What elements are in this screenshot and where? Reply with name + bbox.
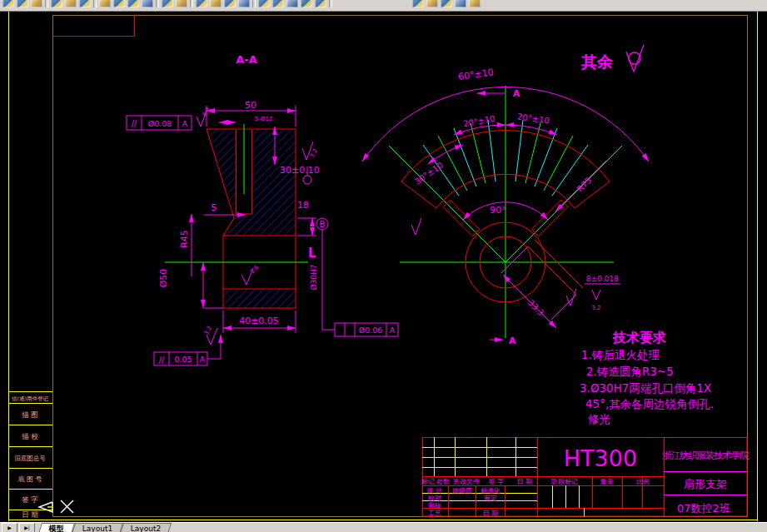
- svg-text:其余: 其余: [580, 52, 614, 71]
- strip-label: 签 字: [22, 495, 38, 504]
- strip-label: 描 校: [22, 432, 38, 440]
- roughness-32-right: [302, 142, 313, 184]
- tech-req-line: 修光: [588, 412, 610, 425]
- print-icon[interactable]: [51, 0, 62, 7]
- match-props-icon[interactable]: [142, 0, 153, 7]
- undo-icon[interactable]: [162, 0, 173, 7]
- tab-nav-next-button[interactable]: ▶: [2, 523, 17, 532]
- markup-icon[interactable]: [301, 0, 312, 7]
- ucs-icon: [39, 500, 73, 513]
- dim-r75: R75: [575, 176, 594, 194]
- layout-tabs: 模型 Layout1 Layout2: [40, 523, 171, 532]
- dim-40: 40±0.05: [239, 316, 279, 326]
- zoom-previous-icon[interactable]: [238, 0, 250, 7]
- strip-label: 底 图 号: [17, 475, 42, 483]
- spell-icon[interactable]: [79, 0, 91, 7]
- fcf-parallelism-bottom: // 0.05 A: [154, 335, 221, 365]
- design-center-icon[interactable]: [272, 0, 284, 7]
- strip-label: 旧底图总号: [14, 455, 46, 462]
- copy-icon[interactable]: [113, 0, 125, 7]
- tab-model[interactable]: 模型: [38, 523, 75, 532]
- save-icon[interactable]: [31, 0, 42, 7]
- tab-layout2[interactable]: Layout2: [120, 523, 172, 532]
- toolbar-separator: [190, 0, 193, 7]
- section-title: A-A: [236, 53, 257, 66]
- dim-18: 18: [297, 200, 309, 211]
- section-view: A-A: [127, 53, 398, 365]
- position-symbol: L: [308, 246, 316, 261]
- section-label-a-top: A: [513, 88, 520, 99]
- tech-req-line: 2.铸造圆角R3~5: [586, 365, 674, 378]
- svg-text:0.05: 0.05: [174, 355, 192, 364]
- roughness-63-value: 6.3: [202, 106, 212, 117]
- drawing-canvas[interactable]: 借(通)用件登记 描 图 描 校 旧底图总号 底 图 号 签 字 日 期 A-A: [0, 11, 767, 522]
- standard-label: 标准化: [481, 487, 501, 495]
- strip-label: 借(通)用件登记: [12, 395, 49, 402]
- strip-label: 日 期: [22, 510, 38, 519]
- rev-sign-label: 签 字: [489, 478, 505, 485]
- rev-date-label: 日 期: [517, 478, 533, 485]
- layer-props-icon[interactable]: [426, 0, 438, 7]
- svg-text:A: A: [200, 355, 206, 364]
- redo-icon[interactable]: [176, 0, 187, 7]
- check-label: 校对: [427, 495, 441, 502]
- tech-req-line: 3.Ø30H7两端孔口倒角1X: [580, 381, 711, 395]
- dim-50: 50: [245, 100, 256, 111]
- surface-note: 其余: [580, 45, 644, 72]
- tab-nav-last-button[interactable]: ▶|: [19, 523, 35, 532]
- zoom-window-icon[interactable]: [224, 0, 236, 7]
- zoom-realtime-icon[interactable]: [210, 0, 222, 7]
- svg-text:A: A: [390, 326, 396, 335]
- tool-palettes-icon[interactable]: [286, 0, 298, 7]
- approve-label: 审定: [484, 495, 497, 502]
- hub-wall-section: [223, 289, 296, 308]
- sheet-set-icon[interactable]: [315, 0, 326, 7]
- dim-5: 5: [212, 202, 217, 213]
- dim-90deg: 90°: [490, 205, 506, 216]
- paste-icon[interactable]: [127, 0, 139, 7]
- bore-label: Ø30H7: [310, 264, 318, 290]
- tech-req-line: 45°,其余各周边锐角倒孔.: [585, 397, 714, 410]
- process-label: 工艺: [428, 510, 441, 517]
- svg-text://: //: [159, 355, 165, 365]
- layer-icon[interactable]: [412, 0, 424, 7]
- border-strip: 借(通)用件登记 描 图 描 校 旧底图总号 底 图 号 签 字 日 期: [8, 392, 52, 520]
- open-icon[interactable]: [17, 0, 28, 7]
- autocad-window: { "colors":{"magenta":"#ff00ff","red":"#…: [0, 0, 767, 532]
- dim-20deg-right: 20°±10: [516, 112, 550, 125]
- sheet-border: [0, 12, 767, 522]
- tech-requirements: 技术要求 1.铸后退火处理 2.铸造圆角R3~5 3.Ø30H7两端孔口倒角1X…: [580, 330, 714, 425]
- tech-req-title: 技术要求: [612, 330, 667, 346]
- dim-60deg: 60°±10: [457, 67, 494, 82]
- properties-icon[interactable]: [258, 0, 270, 7]
- lineweight-icon[interactable]: [469, 0, 481, 7]
- dim-d50: Ø50: [158, 269, 169, 288]
- preview-icon[interactable]: [65, 0, 77, 7]
- dim-20deg-left: 20°±10: [462, 114, 496, 129]
- class-name: 07数控2班: [677, 502, 730, 515]
- stage-label: 阶段标记: [551, 478, 578, 485]
- rev-file-label: 更改文件: [453, 478, 480, 485]
- linetype-icon[interactable]: [455, 0, 466, 7]
- design-label: 设 计: [427, 487, 443, 495]
- toolbar-separator: [93, 0, 97, 7]
- audit-label: 审核: [428, 502, 441, 510]
- cut-icon[interactable]: [99, 0, 111, 7]
- tech-req-line: 1.铸后退火处理: [581, 348, 660, 361]
- new-icon[interactable]: [2, 0, 14, 7]
- rev-mark-label: 标记: [421, 478, 435, 485]
- layout-tab-bar: ▶ ▶| 模型 Layout1 Layout2: [0, 522, 767, 532]
- datum-b: B: [320, 220, 326, 229]
- holes-note: 5-Ø12: [255, 116, 272, 122]
- dim-r45: R45: [179, 230, 190, 248]
- roughness-16-value: 1.6: [249, 263, 261, 275]
- roughness-slot-value: 3.2: [591, 305, 600, 311]
- fcf-parallelism-top: // Ø0.08 A: [127, 116, 192, 130]
- toolbar-separator: [252, 0, 256, 7]
- designer-name: 姚晓霞: [452, 487, 472, 495]
- toolbar-separator: [156, 0, 159, 7]
- scale-label: 比例: [636, 478, 650, 485]
- pan-icon[interactable]: [196, 0, 207, 7]
- tab-layout1[interactable]: Layout1: [72, 523, 124, 532]
- color-control-icon[interactable]: [441, 0, 452, 7]
